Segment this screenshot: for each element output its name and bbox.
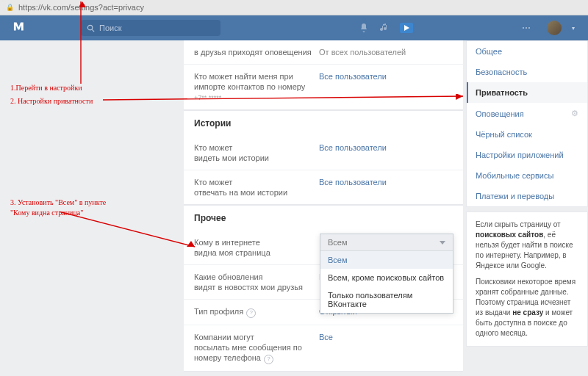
sidebar-item-notifications[interactable]: Оповещения⚙ [467, 103, 587, 124]
help-icon[interactable]: ? [264, 355, 273, 364]
video-icon[interactable] [400, 23, 413, 33]
dropdown-option[interactable]: Всем, кроме поисковых сайтов [320, 269, 453, 286]
setting-row[interactable]: Кто может отвечать на мои истории Все по… [184, 170, 463, 204]
help-icon[interactable]: ? [246, 308, 256, 318]
vk-header: Поиск ⋯ ▾ [0, 15, 588, 40]
svg-line-1 [92, 29, 94, 32]
dropdown-selected[interactable]: Всем [320, 234, 453, 251]
section-header-stories: Истории [184, 110, 463, 136]
music-icon[interactable] [379, 23, 390, 33]
notifications-icon[interactable] [359, 23, 369, 33]
sidebar-item-mobile[interactable]: Мобильные сервисы [467, 165, 587, 186]
lock-icon: 🔒 [6, 4, 14, 11]
avatar[interactable] [547, 21, 562, 35]
setting-row[interactable]: Кто может найти меня при импорте контакт… [184, 64, 463, 109]
chevron-down-icon: ▾ [572, 25, 575, 32]
sidebar-item-privacy[interactable]: Приватность [467, 82, 587, 103]
dropdown-option[interactable]: Всем [320, 251, 453, 269]
url-text: https://vk.com/settings?act=privacy [18, 3, 144, 12]
info-tip: Если скрыть страницу от поисковых сайтов… [466, 212, 588, 347]
sidebar-item-blacklist[interactable]: Чёрный список [467, 124, 587, 145]
vk-logo[interactable] [13, 21, 72, 35]
settings-main: в друзья приходят оповещения От всех пол… [184, 40, 463, 372]
browser-urlbar[interactable]: 🔒 https://vk.com/settings?act=privacy [0, 0, 588, 15]
sidebar-item-apps[interactable]: Настройки приложений [467, 145, 587, 165]
menu-icon[interactable]: ⋯ [522, 23, 531, 33]
gear-icon[interactable]: ⚙ [571, 109, 578, 118]
section-header-other: Прочее [184, 205, 463, 231]
svg-point-0 [87, 25, 92, 29]
settings-sidebar: Общее Безопасность Приватность Оповещени… [466, 40, 588, 207]
search-icon [87, 24, 95, 32]
sidebar-item-payments[interactable]: Платежи и переводы [467, 186, 587, 206]
setting-row[interactable]: Компании могут посылать мне сообщения по… [184, 325, 463, 371]
visibility-dropdown[interactable]: Всем Всем Всем, кроме поисковых сайтов Т… [320, 234, 453, 314]
search-input[interactable]: Поиск [81, 20, 220, 36]
sidebar-item-general[interactable]: Общее [467, 41, 587, 62]
setting-row[interactable]: в друзья приходят оповещения От всех пол… [184, 40, 463, 64]
sidebar-item-security[interactable]: Безопасность [467, 62, 587, 82]
dropdown-option[interactable]: Только пользователям ВКонтакте [320, 286, 453, 313]
setting-row[interactable]: Кто может видеть мои истории Все пользов… [184, 136, 463, 170]
